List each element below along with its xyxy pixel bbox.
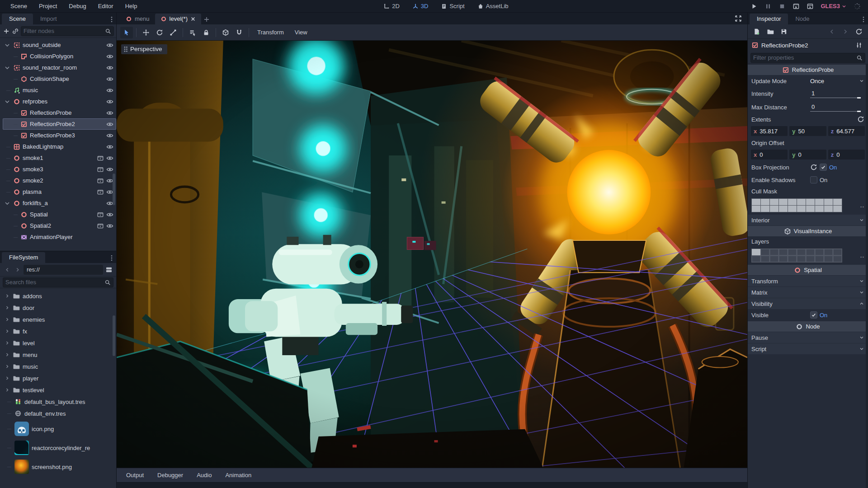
new-resource-button[interactable] (751, 26, 762, 37)
intensity-spin-field[interactable]: 1 (810, 89, 861, 98)
tab-inspector[interactable]: Inspector (750, 14, 788, 24)
chevron-right-icon[interactable] (5, 293, 10, 299)
new-scene-tab-button[interactable] (201, 14, 212, 24)
chevron-down-icon[interactable] (4, 200, 11, 207)
inspector-scrollbar[interactable] (866, 64, 868, 488)
tree-node-animationplayer[interactable]: AnimationPlayer (3, 231, 116, 243)
file-default-bus-layout[interactable]: default_bus_layout.tres (2, 396, 116, 408)
layers-bit-grid[interactable] (751, 249, 842, 263)
scene-tab-menu[interactable]: menu (120, 14, 155, 24)
tree-node-reflectionprobe2-selected[interactable]: ReflectionProbe2 (3, 118, 116, 130)
tree-node-collisionpolygon[interactable]: CollisionPolygon (3, 51, 116, 62)
folder-player[interactable]: player (2, 372, 116, 384)
film-icon[interactable] (97, 155, 104, 162)
film-icon[interactable] (97, 211, 104, 218)
extra-tools-button[interactable] (854, 40, 864, 51)
visibility-eye-icon[interactable] (106, 155, 113, 162)
film-icon[interactable] (97, 188, 104, 196)
stop-button[interactable] (777, 1, 788, 11)
chevron-right-icon[interactable] (5, 364, 10, 369)
visibility-eye-icon[interactable] (106, 222, 113, 230)
tree-node-music[interactable]: music (3, 84, 116, 96)
chevron-right-icon[interactable] (5, 352, 10, 357)
save-resource-button[interactable] (778, 26, 789, 37)
tree-node-spatial2[interactable]: Spatial2 (3, 220, 116, 231)
section-script[interactable]: Script (748, 343, 868, 354)
bottom-tab-output[interactable]: Output (119, 469, 151, 481)
path-input[interactable] (27, 266, 100, 273)
tree-node-plasma[interactable]: plasma (3, 186, 116, 197)
renderer-select[interactable]: GLES3 (819, 3, 849, 9)
scale-mode-button[interactable] (167, 27, 179, 38)
filter-nodes-input[interactable] (24, 28, 103, 34)
tree-node-sound-outside[interactable]: sound_outside (3, 39, 116, 51)
viewport-3d[interactable]: Perspective (117, 41, 747, 468)
list-select-button[interactable] (186, 27, 199, 38)
update-mode-dropdown[interactable]: Once (810, 78, 864, 84)
filter-properties-input[interactable] (753, 54, 854, 61)
tree-node-bakedlightmap[interactable]: BakedLightmap (3, 141, 116, 152)
workspace-script[interactable]: Script (437, 1, 468, 11)
add-node-button[interactable] (3, 26, 10, 37)
bottom-tab-debugger[interactable]: Debugger (151, 469, 190, 481)
filesystem-scrollbar[interactable] (113, 315, 115, 356)
menu-scene[interactable]: Scene (5, 1, 33, 11)
folder-testlevel[interactable]: testlevel (2, 384, 116, 396)
display-mode-button[interactable] (104, 265, 113, 275)
visibility-eye-icon[interactable] (106, 53, 113, 60)
visibility-eye-icon[interactable] (106, 109, 113, 117)
tab-scene[interactable]: Scene (2, 14, 33, 24)
instance-scene-button[interactable] (12, 26, 19, 37)
visibility-eye-icon[interactable] (106, 211, 113, 218)
extents-x-field[interactable]: x35.817 (751, 126, 788, 136)
section-matrix[interactable]: Matrix (748, 287, 868, 298)
cull-mask-bit-grid[interactable] (751, 198, 842, 212)
folder-addons[interactable]: addons (2, 290, 116, 302)
tree-node-reflectionprobe[interactable]: ReflectionProbe (3, 107, 116, 118)
folder-level[interactable]: level (2, 337, 116, 349)
play-button[interactable] (749, 1, 760, 11)
search-files-input[interactable] (5, 279, 103, 286)
visibility-eye-icon[interactable] (106, 98, 113, 105)
chevron-right-icon[interactable] (5, 305, 10, 310)
box-projection-checkbox[interactable] (820, 164, 827, 171)
snap-button[interactable] (233, 27, 245, 38)
film-icon[interactable] (97, 177, 104, 184)
chevron-down-icon[interactable] (4, 64, 11, 71)
menu-debug[interactable]: Debug (63, 1, 92, 11)
file-default-env[interactable]: default_env.tres (2, 408, 116, 419)
chevron-down-icon[interactable] (4, 98, 11, 105)
scene-tab-level[interactable]: level(*) (155, 14, 201, 24)
folder-enemies[interactable]: enemies (2, 314, 116, 325)
tree-node-forklifts-a[interactable]: forklifts_a (3, 197, 116, 209)
folder-music[interactable]: music (2, 361, 116, 372)
chevron-right-icon[interactable] (5, 317, 10, 322)
visible-checkbox[interactable] (810, 311, 817, 319)
dock-menu-button[interactable] (859, 14, 868, 24)
workspace-2d[interactable]: 2D (379, 1, 404, 11)
visibility-eye-icon[interactable] (106, 166, 113, 173)
nav-forward-button[interactable] (13, 265, 22, 275)
chevron-right-icon[interactable] (5, 375, 10, 381)
menu-project[interactable]: Project (33, 1, 63, 11)
section-visibility[interactable]: Visibility (748, 298, 868, 309)
bottom-tab-audio[interactable]: Audio (190, 469, 218, 481)
workspace-assetlib[interactable]: AssetLib (473, 1, 513, 11)
visibility-eye-icon[interactable] (106, 75, 113, 83)
file-icon-png[interactable]: icon.png (2, 419, 116, 438)
chevron-right-icon[interactable] (5, 340, 10, 346)
tree-node-smoke1[interactable]: smoke1 (3, 152, 116, 164)
revert-icon[interactable] (857, 116, 864, 123)
folder-menu[interactable]: menu (2, 349, 116, 361)
tree-node-sound-reactor-room[interactable]: sound_reactor_room (3, 62, 116, 73)
load-resource-button[interactable] (765, 26, 776, 37)
tree-node-refprobes[interactable]: refprobes (3, 96, 116, 107)
folder-fx[interactable]: fx (2, 325, 116, 337)
select-mode-button[interactable] (120, 27, 133, 38)
section-transform[interactable]: Transform (748, 276, 868, 286)
tab-node[interactable]: Node (788, 14, 816, 24)
folder-door[interactable]: door (2, 302, 116, 314)
section-interior[interactable]: Interior (748, 215, 868, 225)
visibility-eye-icon[interactable] (106, 64, 113, 71)
lock-button[interactable] (200, 27, 212, 38)
